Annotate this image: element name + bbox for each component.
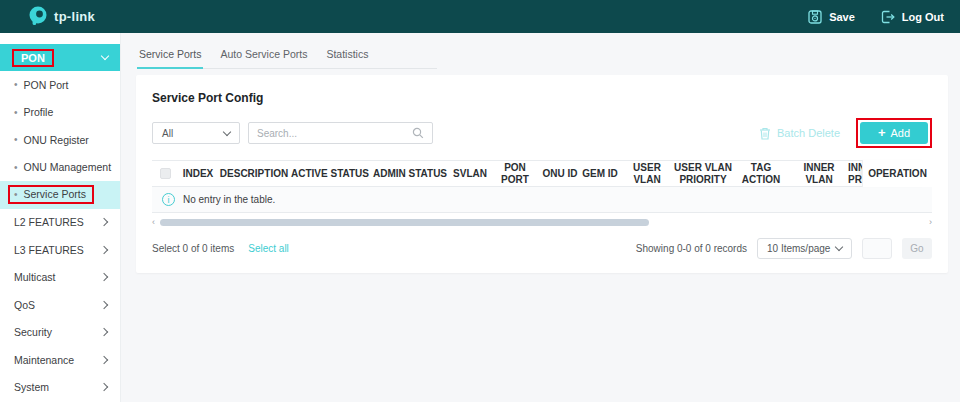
bullet-icon: •	[14, 79, 18, 90]
add-label: Add	[891, 127, 911, 139]
plus-icon: +	[878, 125, 886, 140]
select-all-checkbox[interactable]	[160, 168, 171, 179]
tab-service-ports[interactable]: Service Ports	[137, 40, 203, 69]
sidebar: PON • PON Port • Profile • ONU Register …	[0, 33, 120, 402]
column-header-svlan: SVLAN	[450, 168, 490, 180]
sidebar-item-service-ports[interactable]: • Service Ports	[0, 181, 120, 209]
search-box	[248, 122, 433, 144]
logout-label: Log Out	[902, 11, 944, 23]
brand-name: tp-link	[54, 9, 95, 24]
column-header-tag-action: TAG ACTION	[732, 162, 790, 185]
sidebar-item-onu-management[interactable]: • ONU Management	[0, 154, 120, 182]
sidebar-item-l3-features[interactable]: L3 FEATURES	[0, 236, 120, 264]
tplink-logo-icon	[28, 5, 48, 29]
sidebar-item-maintenance[interactable]: Maintenance	[0, 346, 120, 374]
sidebar-item-system[interactable]: System	[0, 374, 120, 402]
save-label: Save	[829, 11, 855, 23]
chevron-down-icon	[101, 52, 109, 60]
search-icon	[412, 127, 424, 139]
table-footer: Select 0 of 0 items Select all Showing 0…	[152, 238, 932, 259]
selection-summary: Select 0 of 0 items	[152, 243, 234, 254]
batch-delete-label: Batch Delete	[777, 127, 840, 139]
main-content: Service Ports Auto Service Ports Statist…	[120, 33, 960, 402]
pon-submenu: • PON Port • Profile • ONU Register • ON…	[0, 71, 120, 209]
save-button[interactable]: Save	[808, 10, 855, 24]
annotation-box-pon: PON	[12, 49, 54, 67]
empty-message: No entry in the table.	[183, 194, 275, 205]
annotation-box-service-ports: • Service Ports	[8, 185, 94, 204]
bullet-icon: •	[14, 107, 18, 118]
top-header: tp-link Save Log Out	[0, 0, 960, 33]
filter-dropdown-value: All	[162, 128, 173, 139]
sidebar-item-onu-register[interactable]: • ONU Register	[0, 126, 120, 154]
page-number-input[interactable]	[862, 238, 892, 259]
page-size-value: 10 Items/page	[767, 243, 830, 254]
tab-bar: Service Ports Auto Service Ports Statist…	[137, 40, 437, 69]
chevron-down-icon	[223, 127, 231, 135]
chevron-right-icon	[100, 328, 108, 336]
chevron-right-icon	[100, 356, 108, 364]
page-size-dropdown[interactable]: 10 Items/page	[757, 238, 852, 259]
column-header-description: DESCRIPTION	[218, 168, 290, 180]
select-all-link[interactable]: Select all	[248, 243, 289, 254]
records-summary: Showing 0-0 of 0 records	[636, 243, 747, 254]
column-header-index: INDEX	[178, 168, 218, 180]
save-icon	[808, 10, 822, 24]
column-header-user-vlan-priority: USER VLAN PRIORITY	[674, 162, 732, 185]
service-port-config-panel: Service Port Config All	[136, 75, 948, 273]
trash-icon	[759, 127, 771, 140]
horizontal-scrollbar: ‹ ›	[152, 218, 932, 227]
sidebar-item-pon-port[interactable]: • PON Port	[0, 71, 120, 99]
sidebar-item-multicast[interactable]: Multicast	[0, 264, 120, 292]
column-header-inner-vlan-priority-clipped: INNER VLAN PRIORITY	[848, 162, 862, 185]
go-button[interactable]: Go	[902, 238, 932, 259]
bullet-icon: •	[14, 162, 18, 173]
chevron-down-icon	[835, 243, 843, 251]
tab-auto-service-ports[interactable]: Auto Service Ports	[218, 40, 309, 68]
chevron-right-icon	[100, 273, 108, 281]
logout-button[interactable]: Log Out	[881, 10, 944, 24]
sidebar-item-l2-features[interactable]: L2 FEATURES	[0, 209, 120, 237]
chevron-right-icon	[100, 218, 108, 226]
column-header-active-status: ACTIVE STATUS	[290, 168, 370, 180]
sidebar-item-security[interactable]: Security	[0, 319, 120, 347]
bullet-icon: •	[14, 189, 18, 200]
column-header-user-vlan: USER VLAN	[620, 162, 674, 185]
bullet-icon: •	[14, 134, 18, 145]
column-header-operation: OPERATION	[862, 160, 932, 187]
page-title: Service Port Config	[152, 91, 932, 105]
scroll-right-arrow[interactable]: ›	[924, 218, 932, 227]
batch-delete-button[interactable]: Batch Delete	[759, 127, 840, 140]
scrollbar-track[interactable]	[160, 219, 924, 226]
annotation-box-add: + Add	[856, 118, 932, 148]
chevron-right-icon	[100, 383, 108, 391]
sidebar-item-qos[interactable]: QoS	[0, 291, 120, 319]
tab-statistics[interactable]: Statistics	[324, 40, 370, 68]
chevron-right-icon	[100, 301, 108, 309]
column-header-onu-id: ONU ID	[540, 168, 580, 180]
chevron-right-icon	[100, 246, 108, 254]
column-header-admin-status: ADMIN STATUS	[370, 168, 450, 180]
sidebar-group-pon[interactable]: PON	[0, 44, 120, 71]
filter-dropdown[interactable]: All	[152, 122, 240, 144]
sidebar-item-profile[interactable]: • Profile	[0, 99, 120, 127]
empty-state-row: i No entry in the table.	[152, 187, 932, 213]
column-header-pon-port: PON PORT	[490, 162, 540, 185]
search-input[interactable]	[257, 128, 412, 139]
scrollbar-thumb[interactable]	[160, 219, 649, 226]
logout-icon	[881, 10, 895, 24]
brand: tp-link	[28, 5, 95, 29]
table-header-row: INDEX DESCRIPTION ACTIVE STATUS ADMIN ST…	[152, 160, 932, 187]
add-button[interactable]: + Add	[860, 122, 928, 144]
scroll-left-arrow[interactable]: ‹	[152, 218, 160, 227]
column-header-inner-vlan: INNER VLAN	[790, 162, 848, 185]
column-header-gem-id: GEM ID	[580, 168, 620, 180]
info-icon: i	[162, 193, 175, 206]
